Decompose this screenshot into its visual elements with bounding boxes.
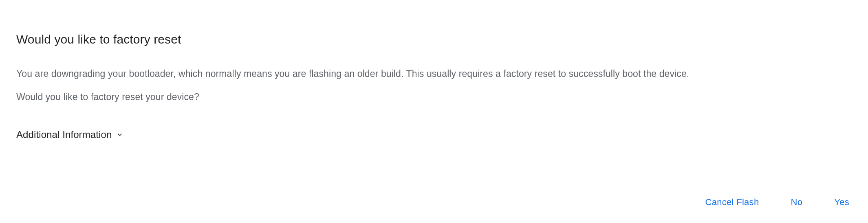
dialog-body-line2: Would you like to factory reset your dev… [16, 90, 852, 104]
dialog-button-row: Cancel Flash No Yes [703, 194, 851, 211]
chevron-down-icon [116, 131, 124, 139]
additional-information-label: Additional Information [16, 129, 112, 140]
cancel-flash-button[interactable]: Cancel Flash [703, 194, 760, 211]
additional-information-toggle[interactable]: Additional Information [16, 129, 124, 140]
dialog-body-line1: You are downgrading your bootloader, whi… [16, 67, 852, 81]
yes-button[interactable]: Yes [833, 194, 851, 211]
no-button[interactable]: No [789, 194, 804, 211]
dialog-title: Would you like to factory reset [16, 33, 852, 46]
